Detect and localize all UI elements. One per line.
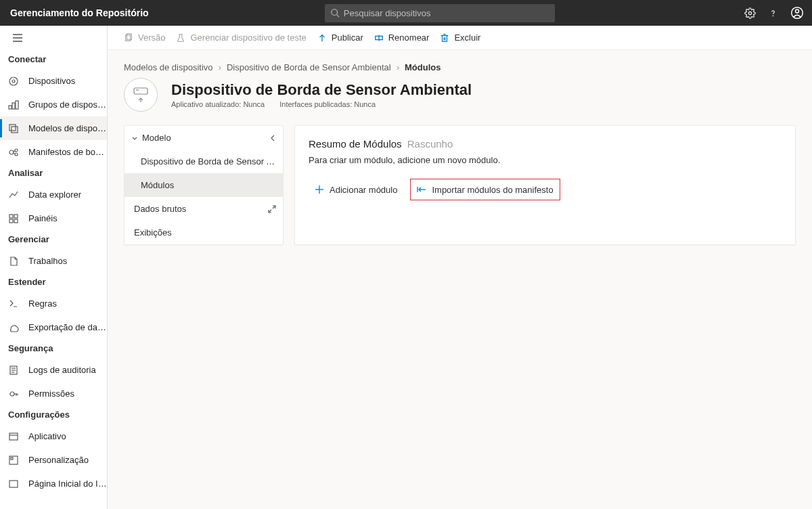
sidebar-item-permissions[interactable]: Permissões xyxy=(0,382,107,405)
svg-point-5 xyxy=(796,9,799,13)
toolbar-publish[interactable]: Publicar xyxy=(317,32,363,43)
audit-icon xyxy=(8,365,19,376)
svg-rect-24 xyxy=(14,219,18,223)
search-icon xyxy=(330,8,340,18)
svg-rect-21 xyxy=(9,215,13,218)
app-title: Gerenciamento do Repositório xyxy=(10,7,149,18)
sidebar-item-data-explorer[interactable]: Data explorer xyxy=(0,183,107,206)
svg-point-31 xyxy=(10,392,14,396)
sidebar-item-device-templates[interactable]: Modelos de disposit... xyxy=(0,116,107,140)
svg-point-10 xyxy=(12,80,15,83)
dashboard-icon xyxy=(8,213,19,224)
breadcrumb-link[interactable]: Dispositivo de Borda de Sensor Ambiental xyxy=(227,62,391,72)
plus-icon xyxy=(315,185,324,194)
account-icon[interactable] xyxy=(790,6,804,20)
manifest-icon xyxy=(8,147,19,158)
search-box[interactable] xyxy=(325,4,555,22)
sidebar-item-label: Regras xyxy=(28,298,57,309)
svg-rect-38 xyxy=(11,458,13,460)
sidebar-item-data-export[interactable]: Exportação de dados xyxy=(0,315,107,339)
customize-icon xyxy=(8,455,19,466)
toolbar-rename[interactable]: Renomear xyxy=(374,32,430,43)
sidebar-item-label: Grupos de dispositivos xyxy=(28,99,107,110)
settings-icon[interactable] xyxy=(744,7,756,19)
permissions-icon xyxy=(8,389,19,399)
template-icon xyxy=(8,123,19,134)
sidebar-item-jobs[interactable]: Trabalhos xyxy=(0,249,107,273)
summary-title: Resumo de Módulos Rascunho xyxy=(309,138,782,150)
svg-rect-23 xyxy=(9,219,13,223)
rename-icon xyxy=(374,33,384,43)
device-template-avatar xyxy=(124,78,158,112)
model-panel: Modelo Dispositivo de Borda de Sensor Am… xyxy=(124,125,284,245)
chevron-left-icon[interactable] xyxy=(269,134,276,142)
chevron-right-icon: › xyxy=(219,62,221,72)
nav-section-extend: Estender xyxy=(0,273,107,292)
search-input[interactable] xyxy=(344,8,549,18)
toolbar-label: Publicar xyxy=(332,32,363,43)
svg-rect-22 xyxy=(14,215,18,218)
sidebar-item-label: Aplicativo xyxy=(28,431,66,441)
meta-interfaces: Interfaces publicadas: Nunca xyxy=(279,100,376,108)
sidebar-item-customization[interactable]: Personalização xyxy=(0,448,107,472)
sidebar-item-label: Painéis xyxy=(28,213,58,223)
app-icon xyxy=(8,431,19,442)
import-modules-button[interactable]: Importar módulos do manifesto xyxy=(410,179,560,200)
chevron-down-icon xyxy=(131,135,138,141)
import-icon xyxy=(417,185,426,194)
sidebar-item-label: Exportação de dados xyxy=(28,322,107,332)
model-item-label: Módulos xyxy=(141,180,174,190)
add-module-button[interactable]: Adicionar módulo xyxy=(309,179,403,200)
toolbar-delete[interactable]: Excluir xyxy=(440,32,480,43)
model-item-modules[interactable]: Módulos xyxy=(125,173,283,197)
model-item-raw-data[interactable]: Dados brutos xyxy=(125,197,283,221)
jobs-icon xyxy=(8,256,19,267)
action-label: Adicionar módulo xyxy=(330,185,397,195)
breadcrumb-link[interactable]: Modelos de dispositivo xyxy=(124,62,213,72)
sidebar-item-label: Página Inicial do IoT C... xyxy=(28,479,107,489)
nav-section-analyze: Analisar xyxy=(0,164,107,183)
sidebar-item-label: Dispositivos xyxy=(28,76,75,86)
sidebar-item-dashboards[interactable]: Painéis xyxy=(0,206,107,230)
svg-line-54 xyxy=(273,206,275,208)
svg-rect-46 xyxy=(443,35,447,41)
svg-rect-15 xyxy=(12,127,18,133)
sidebar-item-edge-manifests[interactable]: Manifestos de borda xyxy=(0,140,107,164)
sidebar-item-application[interactable]: Aplicativo xyxy=(0,424,107,448)
publish-icon xyxy=(317,33,327,43)
command-bar: Versão Gerenciar dispositivo de teste Pu… xyxy=(108,26,812,50)
action-label: Importar módulos do manifesto xyxy=(432,185,553,195)
sidebar-item-device-groups[interactable]: Grupos de dispositivos xyxy=(0,93,107,116)
groups-icon xyxy=(8,99,19,110)
svg-line-55 xyxy=(269,210,271,213)
sidebar-item-devices[interactable]: Dispositivos xyxy=(0,69,107,93)
toolbar-manage-test: Gerenciar dispositivo de teste xyxy=(176,32,306,43)
expand-icon[interactable] xyxy=(268,205,276,213)
svg-rect-13 xyxy=(16,101,18,109)
sidebar-item-label: Modelos de disposit... xyxy=(28,123,107,133)
sidebar-item-label: Personalização xyxy=(28,455,89,465)
sidebar-item-rules[interactable]: Regras xyxy=(0,292,107,315)
model-item-label: Dados brutos xyxy=(134,204,186,214)
sidebar-item-iot-home[interactable]: Página Inicial do IoT C... xyxy=(0,472,107,495)
toolbar-label: Renomear xyxy=(388,32,430,43)
summary-hint: Para criar um módulo, adicione um novo m… xyxy=(309,155,782,165)
help-icon[interactable] xyxy=(768,8,778,18)
model-item-root[interactable]: Dispositivo de Borda de Sensor Am... xyxy=(125,150,283,173)
svg-rect-12 xyxy=(12,103,15,109)
chevron-right-icon: › xyxy=(397,62,399,72)
sidebar-item-label: Manifestos de borda xyxy=(28,147,107,157)
model-item-views[interactable]: Exibições xyxy=(125,221,283,244)
breadcrumb: Modelos de dispositivo › Dispositivo de … xyxy=(124,62,796,72)
sidebar-item-audit-logs[interactable]: Logs de auditoria xyxy=(0,358,107,382)
sidebar-item-label: Trabalhos xyxy=(28,256,67,266)
svg-point-2 xyxy=(748,12,751,14)
draft-badge: Rascunho xyxy=(407,138,453,150)
toolbar-label: Gerenciar dispositivo de teste xyxy=(190,32,306,43)
model-header[interactable]: Modelo xyxy=(125,126,283,150)
svg-point-9 xyxy=(9,77,18,85)
device-icon xyxy=(8,76,19,87)
hamburger-icon[interactable] xyxy=(12,33,23,43)
svg-rect-39 xyxy=(9,481,18,487)
breadcrumb-current: Módulos xyxy=(405,62,441,72)
